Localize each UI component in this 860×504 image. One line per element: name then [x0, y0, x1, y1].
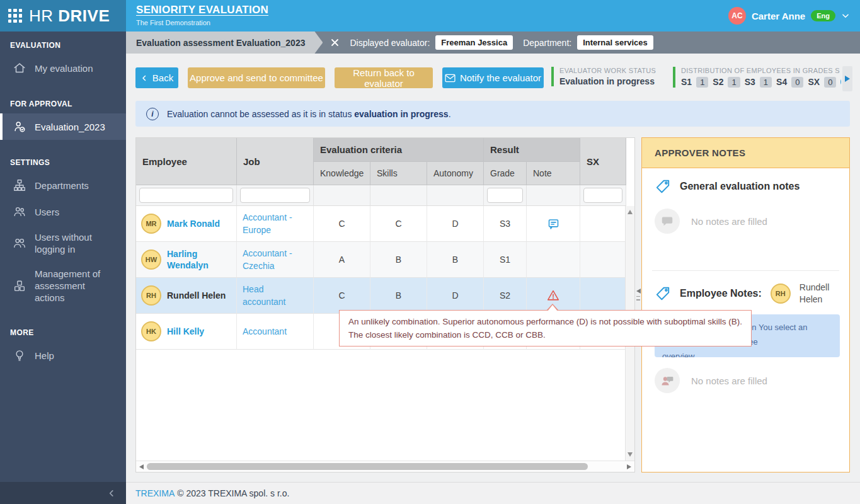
knowledge-cell: C [314, 206, 370, 242]
general-notes-section: General evaluation notes [655, 178, 800, 195]
table-row[interactable]: HWHarling Wendalyn Accountant - Czechia … [136, 242, 626, 278]
warning-triangle-icon[interactable] [546, 289, 560, 302]
chevron-left-icon[interactable] [107, 489, 116, 498]
job-link[interactable]: Accountant - Europe [243, 211, 307, 236]
two-users-icon [13, 236, 26, 250]
grade-count: 0 [824, 77, 836, 88]
skills-cell: C [370, 206, 427, 242]
assessment-tab[interactable]: Evaluation assessment Evaluation_2023 [126, 32, 323, 54]
sidebar: EVALUATION My evaluation FOR APPROVAL Ev… [0, 32, 126, 482]
sidebar-item-my-evaluation[interactable]: My evaluation [0, 55, 126, 81]
scroll-up-icon[interactable] [628, 210, 633, 214]
scroll-right-icon[interactable] [627, 464, 631, 469]
approver-notes-panel: APPROVER NOTES General evaluation notes … [641, 137, 850, 472]
help-question-icon[interactable]: ? [840, 76, 841, 88]
user-menu[interactable]: AC Carter Anne Eng [728, 0, 860, 32]
sidebar-item-users[interactable]: Users [0, 198, 126, 225]
warning-tooltip: An unlikely combination. Superior autono… [339, 310, 752, 346]
evaluation-table: Employee Job Evaluation criteria Result … [135, 137, 635, 472]
employee-notes-empty: No notes are filled [655, 368, 767, 393]
sidebar-section-settings: SETTINGS [0, 149, 126, 172]
sidebar-section-evaluation: EVALUATION [0, 32, 126, 55]
page-subtitle: The First Demonstration [136, 19, 268, 26]
users-icon [13, 205, 26, 219]
col-header-note[interactable]: Note [527, 162, 580, 185]
employee-avatar: RH [771, 284, 791, 304]
grade-cell: S1 [484, 242, 527, 278]
panel-splitter-handle[interactable] [635, 282, 641, 306]
evaluator-badge[interactable]: Freeman Jessica [435, 35, 513, 50]
sidebar-item-users-without-login[interactable]: Users without logging in [0, 225, 126, 261]
notify-evaluator-button[interactable]: Notify the evaluator [442, 67, 544, 88]
grade-count: 1 [760, 77, 772, 88]
chevron-down-icon[interactable] [841, 11, 850, 20]
chevron-left-icon [140, 74, 148, 82]
employee-notes-section: Employee Notes: RH Rundell Helen [655, 282, 844, 306]
tag-icon [655, 178, 671, 195]
approver-notes-title: APPROVER NOTES [642, 138, 849, 168]
department-label: Department: [523, 38, 571, 48]
sidebar-item-help[interactable]: Help [0, 342, 126, 369]
grade-label: S2 [713, 77, 723, 87]
scrollbar-thumb[interactable] [147, 463, 588, 470]
employee-name-link[interactable]: Rundell Helen [167, 290, 226, 301]
subheader-bar: Evaluation assessment Evaluation_2023 Di… [126, 32, 860, 54]
department-badge[interactable]: Internal services [577, 35, 653, 50]
autonomy-cell: D [427, 278, 484, 314]
note-message-icon[interactable] [547, 217, 560, 231]
employee-avatar: MR [141, 214, 161, 234]
col-header-employee[interactable]: Employee [136, 138, 237, 185]
grade-filter-input[interactable] [487, 188, 523, 203]
sidebar-collapse-bar[interactable] [0, 482, 126, 504]
sx-filter-input[interactable] [583, 188, 622, 203]
col-header-grade[interactable]: Grade [484, 162, 527, 185]
employee-name-link[interactable]: Harling Wendalyn [167, 248, 230, 271]
horizontal-scrollbar[interactable] [136, 461, 634, 472]
sidebar-section-for-approval: FOR APPROVAL [0, 90, 126, 113]
user-avatar[interactable]: AC [728, 7, 746, 25]
back-button[interactable]: Back [135, 67, 178, 88]
col-header-autonomy[interactable]: Autonomy [427, 162, 484, 185]
general-notes-title: General evaluation notes [680, 181, 800, 192]
table-filter-row [136, 185, 626, 206]
footer: TREXIMA © 2023 TREXIMA spol. s r.o. [126, 482, 860, 504]
trexima-link[interactable]: TREXIMA [135, 488, 175, 498]
approve-send-committee-button[interactable]: Approve and send to committee [188, 67, 325, 88]
app-logo[interactable]: HR DRIVE [0, 0, 126, 32]
job-link[interactable]: Head accountant [243, 283, 307, 308]
top-header: HR DRIVE SENIORITY EVALUATION The First … [0, 0, 860, 32]
apps-grid-icon[interactable] [8, 9, 22, 23]
col-header-skills[interactable]: Skills [370, 162, 427, 185]
employee-name-link[interactable]: Mark Ronald [167, 218, 220, 229]
distribution-expand-button[interactable] [842, 66, 852, 91]
grade-label: S4 [776, 77, 787, 87]
lightbulb-icon [13, 348, 26, 362]
sx-cell [580, 206, 626, 242]
scroll-left-icon[interactable] [139, 464, 144, 469]
info-icon: i [146, 108, 159, 120]
employee-filter-input[interactable] [139, 188, 233, 203]
col-header-sx[interactable]: SX [580, 138, 626, 185]
job-link[interactable]: Accountant - Czechia [243, 247, 307, 272]
sidebar-item-evaluation-2023[interactable]: Evaluation_2023 [0, 113, 126, 140]
col-header-job[interactable]: Job [237, 138, 314, 185]
sx-cell [580, 278, 626, 314]
employee-name: Rundell Helen [800, 282, 839, 306]
sidebar-item-departments[interactable]: Departments [0, 172, 126, 198]
grade-cell: S2 [484, 278, 527, 314]
scroll-down-icon[interactable] [628, 452, 633, 457]
col-header-knowledge[interactable]: Knowledge [314, 162, 370, 185]
return-to-evaluator-button[interactable]: Return back to evaluator [335, 67, 433, 88]
employee-name-link[interactable]: Hill Kelly [167, 326, 204, 337]
close-icon[interactable] [330, 38, 340, 47]
sidebar-item-management-assessment[interactable]: Management of assessment actions [0, 261, 126, 310]
job-link[interactable]: Accountant [243, 325, 287, 338]
evaluator-work-status: EVALUATOR WORK STATUS Evaluation in prog… [551, 67, 656, 86]
home-icon [13, 61, 26, 75]
grade-distribution: DISTRIBUTION OF EMPLOYEES IN GRADES S S1… [673, 67, 841, 88]
table-row[interactable]: MRMark Ronald Accountant - Europe C C D … [136, 206, 626, 242]
grade-label: SX [808, 77, 820, 87]
cubes-icon [13, 279, 26, 293]
job-filter-input[interactable] [240, 188, 310, 203]
language-badge[interactable]: Eng [811, 10, 835, 21]
